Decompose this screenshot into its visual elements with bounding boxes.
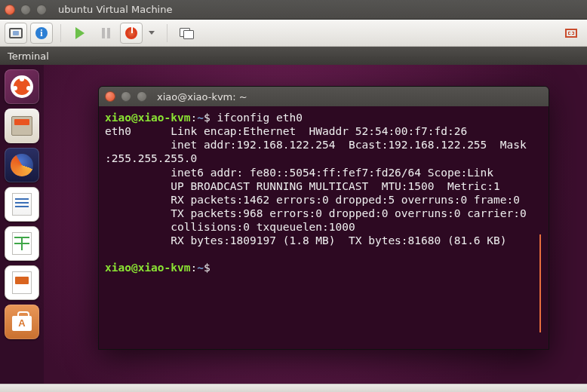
start-vm-button[interactable]: [69, 23, 91, 44]
text-cursor-icon: [539, 234, 541, 332]
terminal-command: ifconfig eth0: [211, 112, 303, 124]
launcher-calc[interactable]: [5, 226, 39, 261]
info-icon: i: [35, 27, 48, 39]
host-titlebar: ubuntu Virtual Machine: [0, 0, 587, 20]
play-icon: [75, 27, 85, 39]
windows-icon: [180, 28, 193, 38]
maximize-icon[interactable]: [137, 91, 147, 102]
toolbar-separator: [167, 24, 167, 42]
host-bottom-bar: [0, 384, 587, 392]
terminal-window[interactable]: xiao@xiao-kvm: ~ xiao@xiao-kvm:~$ ifconf…: [98, 86, 549, 350]
unity-launcher: [0, 65, 44, 384]
minimize-icon[interactable]: [20, 5, 31, 15]
poweroff-menu-button[interactable]: [146, 23, 159, 44]
host-window-title: ubuntu Virtual Machine: [58, 4, 172, 15]
prompt-path: ~: [197, 112, 204, 124]
ubuntu-logo-icon: [11, 75, 33, 98]
fullscreen-icon: [565, 29, 577, 38]
close-icon[interactable]: [5, 5, 15, 15]
vm-menubar[interactable]: Terminal: [0, 47, 587, 65]
prompt-user: xiao@xiao-kvm: [105, 112, 191, 124]
terminal-title: xiao@xiao-kvm: ~: [157, 91, 247, 103]
prompt-path: ~: [197, 262, 204, 274]
prompt-dollar: $: [204, 262, 211, 274]
power-icon: [125, 27, 137, 39]
prompt-colon: :: [191, 262, 198, 274]
fullscreen-button[interactable]: [560, 23, 582, 44]
terminal-output: eth0 Link encap:Ethernet HWaddr 52:54:00…: [105, 125, 527, 247]
launcher-dash[interactable]: [5, 69, 39, 104]
minimize-icon[interactable]: [121, 91, 131, 102]
maximize-icon[interactable]: [36, 5, 47, 15]
launcher-impress[interactable]: [5, 265, 39, 300]
host-toolbar: i: [0, 20, 587, 47]
launcher-software[interactable]: [5, 305, 39, 339]
terminal-titlebar[interactable]: xiao@xiao-kvm: ~: [99, 87, 549, 106]
shopping-bag-icon: [12, 316, 32, 331]
prompt-colon: :: [191, 112, 198, 124]
poweroff-vm-button[interactable]: [120, 23, 143, 44]
launcher-writer[interactable]: [5, 187, 39, 222]
firefox-icon: [11, 154, 33, 176]
toolbar-separator: [60, 24, 61, 42]
terminal-body[interactable]: xiao@xiao-kvm:~$ ifconfig eth0 eth0 Link…: [99, 106, 549, 349]
chevron-down-icon: [149, 31, 155, 35]
info-button[interactable]: i: [30, 23, 53, 44]
monitor-icon: [9, 28, 23, 38]
vm-desktop[interactable]: Terminal xiao@xiao-kvm: ~ xiao@xiao-kvm:…: [0, 47, 587, 384]
pause-icon: [102, 28, 110, 38]
prompt-user: xiao@xiao-kvm: [105, 262, 191, 274]
spreadsheet-icon: [12, 232, 32, 255]
menubar-app-name: Terminal: [8, 51, 49, 62]
files-icon: [11, 116, 32, 136]
launcher-firefox[interactable]: [5, 148, 39, 182]
console-button[interactable]: [5, 23, 27, 44]
switch-view-button[interactable]: [175, 23, 198, 44]
close-icon[interactable]: [105, 91, 115, 102]
pause-vm-button[interactable]: [94, 23, 117, 44]
presentation-icon: [12, 271, 32, 294]
prompt-dollar: $: [204, 112, 211, 124]
document-icon: [12, 193, 32, 216]
launcher-files[interactable]: [5, 109, 39, 143]
